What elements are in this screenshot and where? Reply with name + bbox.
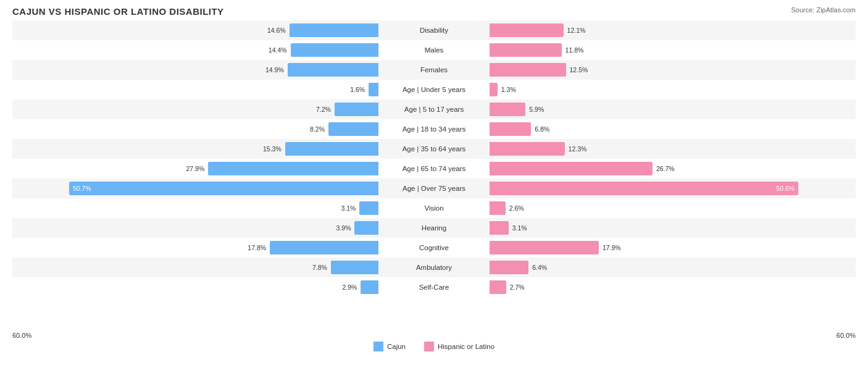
hispanic-label: Hispanic or Latino (438, 343, 495, 350)
bars-wrapper: 2.9% Self-Care 2.7% (12, 277, 856, 297)
bar-pink: 12.5% (490, 63, 566, 77)
right-value: 1.3% (500, 86, 516, 93)
bars-wrapper: 14.4% Males 11.8% (12, 40, 856, 60)
left-side: 17.8% (12, 238, 378, 258)
left-side: 14.9% (12, 60, 378, 80)
right-side: 5.9% (490, 99, 856, 119)
right-side: 12.5% (490, 60, 856, 80)
hispanic-color-box (424, 342, 434, 351)
left-value: 2.9% (342, 284, 358, 291)
left-value: 27.9% (186, 165, 206, 172)
bars-wrapper: 17.8% Cognitive 17.9% (12, 238, 856, 258)
bar-blue: 3.1% (359, 201, 378, 215)
bar-pink: 26.7% (490, 162, 653, 175)
left-value: 7.2% (316, 106, 332, 113)
bar-blue: 27.9% (208, 162, 378, 175)
bars-wrapper: 3.1% Vision 2.6% (12, 198, 856, 218)
left-side: 7.2% (12, 99, 378, 119)
bars-wrapper: 14.6% Disability 12.1% (12, 20, 856, 40)
right-value: 12.3% (567, 145, 587, 153)
bar-blue: 17.8% (270, 241, 378, 254)
table-row: 3.1% Vision 2.6% (12, 198, 856, 218)
source-text: Source: ZipAtlas.com (791, 6, 856, 14)
bars-wrapper: 15.3% Age | 35 to 64 years 12.3% (12, 139, 856, 159)
left-side: 8.2% (12, 119, 378, 139)
left-value: 14.6% (267, 27, 287, 34)
left-side: 14.6% (12, 20, 378, 40)
left-side: 14.4% (12, 40, 378, 60)
left-side: 7.8% (12, 258, 378, 277)
row-label: Self-Care (378, 284, 490, 291)
legend: Cajun Hispanic or Latino (12, 342, 856, 351)
bar-pink: 12.3% (490, 142, 565, 156)
left-value: 7.8% (312, 264, 328, 271)
bar-blue: 2.9% (361, 280, 378, 294)
table-row: 1.6% Age | Under 5 years 1.3% (12, 80, 856, 99)
right-side: 17.9% (490, 238, 856, 258)
row-label: Age | 35 to 64 years (378, 145, 490, 153)
bar-blue: 8.2% (328, 122, 378, 136)
chart-area: 14.6% Disability 12.1% 14.4% Males 11.8% (12, 20, 856, 330)
right-side: 50.6% (490, 178, 856, 198)
bars-wrapper: 7.2% Age | 5 to 17 years 5.9% (12, 99, 856, 119)
right-value: 12.1% (566, 27, 586, 34)
left-side: 27.9% (12, 159, 378, 178)
right-value: 26.7% (655, 165, 675, 172)
bars-wrapper: 50.7% Age | Over 75 years 50.6% (12, 178, 856, 198)
bar-blue: 14.4% (291, 43, 378, 57)
right-side: 6.4% (490, 258, 856, 277)
legend-cajun: Cajun (373, 342, 406, 351)
right-side: 11.8% (490, 40, 856, 60)
table-row: 14.9% Females 12.5% (12, 60, 856, 80)
right-side: 3.1% (490, 218, 856, 238)
row-label: Cognitive (378, 244, 490, 251)
bar-pink: 6.4% (490, 261, 528, 274)
right-value: 6.4% (531, 264, 547, 271)
left-value: 17.8% (248, 244, 267, 251)
right-side: 2.7% (490, 277, 856, 297)
right-side: 2.6% (490, 198, 856, 218)
x-axis-right-label: 60.0% (837, 332, 856, 339)
bar-pink: 1.3% (490, 83, 498, 96)
left-value: 50.7% (73, 185, 91, 192)
right-side: 12.3% (490, 139, 856, 159)
left-value: 3.9% (336, 224, 353, 232)
table-row: 7.2% Age | 5 to 17 years 5.9% (12, 99, 856, 119)
right-value: 11.8% (564, 46, 584, 54)
row-label: Ambulatory (378, 264, 490, 271)
bars-wrapper: 27.9% Age | 65 to 74 years 26.7% (12, 159, 856, 178)
left-value: 8.2% (310, 125, 326, 133)
row-label: Disability (378, 27, 490, 34)
right-value: 3.1% (511, 224, 527, 232)
bars-wrapper: 3.9% Hearing 3.1% (12, 218, 856, 238)
bars-wrapper: 7.8% Ambulatory 6.4% (12, 258, 856, 277)
right-side: 1.3% (490, 80, 856, 99)
cajun-label: Cajun (387, 343, 406, 350)
chart-container: CAJUN VS HISPANIC OR LATINO DISABILITY S… (0, 0, 868, 378)
left-side: 15.3% (12, 139, 378, 159)
bar-blue: 50.7% (69, 182, 378, 195)
cajun-color-box (373, 342, 383, 351)
bar-pink: 5.9% (490, 103, 525, 116)
right-value: 6.8% (533, 125, 549, 133)
left-value: 14.4% (269, 46, 288, 54)
bar-pink: 50.6% (490, 182, 798, 195)
bar-pink: 2.7% (490, 280, 506, 294)
row-label: Age | 5 to 17 years (378, 106, 490, 113)
left-side: 50.7% (12, 178, 378, 198)
x-axis-left-label: 60.0% (12, 332, 31, 339)
right-value: 5.9% (528, 106, 544, 113)
row-label: Age | 65 to 74 years (378, 165, 490, 172)
left-value: 3.1% (341, 204, 357, 212)
bar-blue: 14.9% (288, 63, 378, 77)
chart-title: CAJUN VS HISPANIC OR LATINO DISABILITY (12, 6, 856, 17)
right-value: 17.9% (601, 244, 621, 251)
bar-pink: 2.6% (490, 201, 506, 215)
table-row: 50.7% Age | Over 75 years 50.6% (12, 178, 856, 198)
bar-blue: 7.2% (335, 103, 378, 116)
bars-wrapper: 14.9% Females 12.5% (12, 60, 856, 80)
legend-hispanic: Hispanic or Latino (424, 342, 495, 351)
left-value: 15.3% (263, 145, 283, 153)
right-side: 12.1% (490, 20, 856, 40)
row-label: Age | Over 75 years (378, 185, 490, 192)
